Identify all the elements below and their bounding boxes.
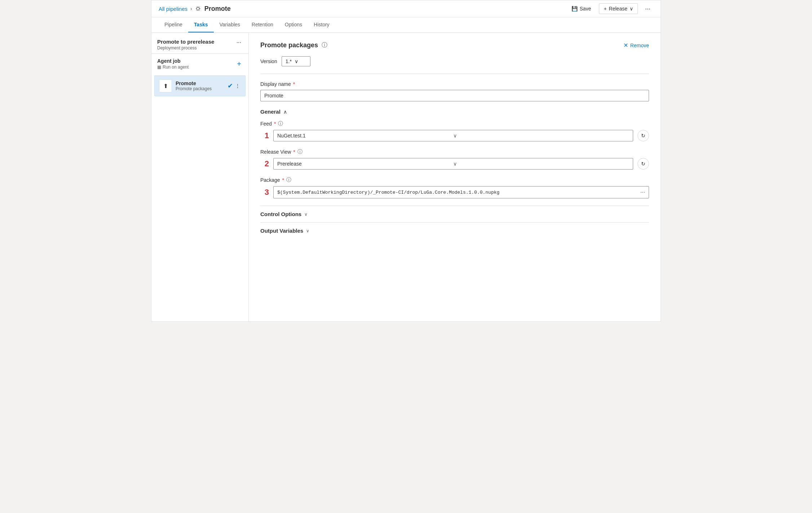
breadcrumb-separator: ›: [190, 6, 192, 12]
task-icon-box: ⬆: [159, 79, 172, 92]
output-variables-title: Output Variables: [260, 228, 303, 234]
release-view-refresh-button[interactable]: ↻: [637, 158, 649, 170]
divider-1: [260, 74, 649, 74]
version-chevron-icon: ∨: [295, 58, 298, 64]
release-label: Release: [609, 6, 627, 12]
top-bar-left: All pipelines › ⛭ Promote: [159, 5, 231, 13]
release-view-group: Release View * ⓘ 2 Prerelease ∨ ↻: [260, 149, 649, 170]
package-number: 3: [260, 188, 269, 197]
control-options-header[interactable]: Control Options ∨: [260, 211, 649, 217]
tab-retention[interactable]: Retention: [246, 17, 279, 32]
general-title: General: [260, 109, 281, 115]
release-view-number: 2: [260, 159, 269, 168]
release-button[interactable]: + Release ∨: [599, 3, 638, 14]
main-content: Promote to prerelease Deployment process…: [151, 33, 661, 321]
panel-header: Promote packages ⓘ ✕ Remove: [260, 41, 649, 49]
more-button[interactable]: ···: [642, 4, 653, 14]
version-value: 1.*: [286, 58, 292, 64]
pipeline-title: Promote: [204, 5, 231, 13]
feed-dropdown[interactable]: NuGet.test.1 ∨: [273, 130, 633, 141]
feed-value: NuGet.test.1: [277, 133, 453, 139]
agent-job-left: Agent job ▦ Run on agent: [157, 58, 189, 70]
save-button[interactable]: 💾 Save: [568, 4, 595, 14]
display-name-required: *: [293, 81, 295, 87]
control-options-chevron-icon: ∨: [304, 212, 308, 217]
display-name-label: Display name *: [260, 81, 649, 87]
sidebar: Promote to prerelease Deployment process…: [151, 33, 249, 321]
version-select[interactable]: 1.* ∨: [282, 56, 310, 66]
release-view-label-text: Release View: [260, 149, 291, 155]
nav-tabs: Pipeline Tasks Variables Retention Optio…: [151, 17, 661, 33]
tab-tasks[interactable]: Tasks: [188, 17, 214, 32]
task-check-icon: ✔: [228, 82, 233, 90]
package-group: Package * ⓘ 3 $(System.DefaultWorkingDir…: [260, 177, 649, 198]
feed-number: 1: [260, 131, 269, 140]
package-label-text: Package: [260, 177, 280, 183]
pipeline-icon: ⛭: [195, 5, 202, 13]
remove-button[interactable]: ✕ Remove: [623, 42, 649, 49]
feed-chevron-icon: ∨: [453, 133, 629, 139]
tab-pipeline[interactable]: Pipeline: [159, 17, 188, 32]
package-info-icon[interactable]: ⓘ: [286, 177, 291, 183]
plus-icon: +: [604, 6, 606, 12]
feed-label: Feed * ⓘ: [260, 120, 649, 127]
package-required: *: [282, 177, 284, 183]
task-item[interactable]: ⬆ Promote Promote packages ✔ ⋮: [154, 75, 246, 96]
panel-title: Promote packages: [260, 41, 318, 49]
task-desc: Promote packages: [176, 86, 224, 91]
top-bar: All pipelines › ⛭ Promote 💾 Save + Relea…: [151, 0, 661, 17]
control-options-section: Control Options ∨: [260, 206, 649, 222]
release-view-value: Prerelease: [277, 161, 453, 167]
task-info: Promote Promote packages: [176, 80, 224, 91]
more-icon: ···: [645, 5, 650, 12]
package-label: Package * ⓘ: [260, 177, 649, 183]
breadcrumb-link[interactable]: All pipelines: [159, 6, 187, 12]
general-section-header[interactable]: General ∧: [260, 109, 649, 115]
agent-sub-icon: ▦: [157, 65, 161, 70]
top-bar-right: 💾 Save + Release ∨ ···: [568, 3, 654, 14]
stage-subtitle: Deployment process: [157, 45, 214, 51]
task-more-button[interactable]: ⋮: [234, 82, 241, 89]
release-chevron-icon: ∨: [630, 6, 633, 12]
save-label: Save: [580, 6, 591, 12]
panel-info-icon[interactable]: ⓘ: [322, 41, 327, 49]
sidebar-more-button[interactable]: ···: [235, 39, 243, 47]
remove-x-icon: ✕: [623, 42, 628, 49]
agent-job-info: Agent job ▦ Run on agent: [157, 58, 189, 70]
display-name-label-text: Display name: [260, 81, 291, 87]
control-options-title: Control Options: [260, 211, 301, 217]
display-name-input[interactable]: [260, 90, 649, 101]
feed-required: *: [274, 121, 276, 127]
agent-job-title: Agent job: [157, 58, 189, 64]
feed-info-icon[interactable]: ⓘ: [278, 120, 283, 127]
stage-title: Promote to prerelease: [157, 39, 214, 45]
release-view-info-icon[interactable]: ⓘ: [297, 149, 303, 155]
tab-history[interactable]: History: [308, 17, 335, 32]
output-variables-section: Output Variables ∨: [260, 222, 649, 239]
tab-variables[interactable]: Variables: [214, 17, 246, 32]
sidebar-header: Promote to prerelease Deployment process…: [151, 33, 248, 53]
task-promote-icon: ⬆: [163, 83, 168, 89]
feed-refresh-button[interactable]: ↻: [637, 130, 649, 141]
package-numbered-field: 3 $(System.DefaultWorkingDirectory)/_Pro…: [260, 186, 649, 198]
task-name: Promote: [176, 80, 224, 86]
output-variables-header[interactable]: Output Variables ∨: [260, 228, 649, 234]
task-actions: ✔ ⋮: [228, 82, 241, 90]
agent-job-section: Agent job ▦ Run on agent +: [151, 53, 248, 74]
feed-numbered-field: 1 NuGet.test.1 ∨ ↻: [260, 130, 649, 141]
package-more-button[interactable]: ···: [640, 189, 645, 196]
add-task-button[interactable]: +: [235, 58, 243, 70]
general-chevron-icon: ∧: [283, 109, 287, 115]
stage-info: Promote to prerelease Deployment process: [157, 39, 214, 51]
feed-group: Feed * ⓘ 1 NuGet.test.1 ∨ ↻: [260, 120, 649, 141]
feed-label-text: Feed: [260, 121, 272, 127]
version-label: Version: [260, 58, 277, 64]
package-input-field[interactable]: $(System.DefaultWorkingDirectory)/_Promo…: [273, 186, 649, 198]
tab-options[interactable]: Options: [279, 17, 308, 32]
release-view-numbered-field: 2 Prerelease ∨ ↻: [260, 158, 649, 170]
release-view-chevron-icon: ∨: [453, 161, 629, 167]
remove-label: Remove: [630, 43, 649, 48]
release-view-dropdown[interactable]: Prerelease ∨: [273, 158, 633, 170]
output-variables-chevron-icon: ∨: [306, 228, 309, 233]
display-name-group: Display name *: [260, 81, 649, 101]
